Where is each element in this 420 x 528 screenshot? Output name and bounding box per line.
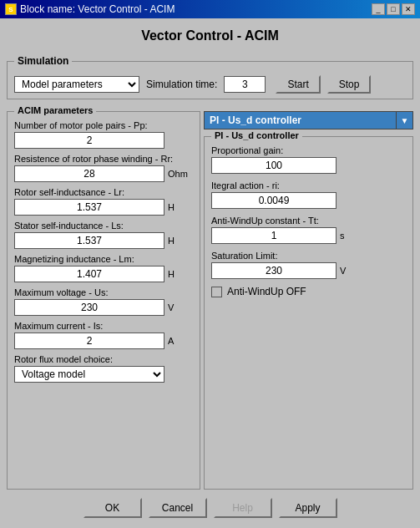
pi-input-3[interactable] — [211, 262, 337, 279]
param-unit-3: H — [168, 236, 193, 246]
pi-param-row-0: Proportional gain: — [211, 145, 406, 174]
window-content: Vector Control - ACIM Simulation Model p… — [0, 18, 420, 528]
minimize-button[interactable]: _ — [372, 3, 385, 15]
pi-controller-panel: PI - Us_d controller Proportional gain: … — [204, 136, 413, 490]
pi-dropdown-arrow[interactable]: ▼ — [397, 111, 413, 129]
apply-button[interactable]: Apply — [279, 498, 337, 518]
close-button[interactable]: ✕ — [402, 3, 415, 15]
pi-dropdown-label[interactable]: PI - Us_d controller — [204, 111, 397, 129]
param-label-0: Number of motor pole pairs - Pp: — [14, 120, 193, 130]
param-row-2: Rotor self-inductsance - Lr: H — [14, 187, 193, 216]
title-bar-icon: S — [5, 3, 17, 15]
param-input-1[interactable] — [14, 165, 164, 182]
simulation-group: Simulation Model parameters Simulation t… — [7, 55, 413, 99]
start-button[interactable]: Start — [276, 75, 320, 94]
pi-param-row-2: Anti-WindUp constant - Tt: s — [211, 216, 406, 244]
sim-time-label: Simulation time: — [146, 79, 217, 90]
anti-windup-checkbox[interactable] — [211, 287, 222, 297]
right-panel: PI - Us_d controller ▼ PI - Us_d control… — [204, 104, 413, 490]
param-row-0: Number of motor pole pairs - Pp: — [14, 120, 193, 149]
param-input-4[interactable] — [14, 266, 164, 282]
bottom-buttons: OK Cancel Help Apply — [7, 495, 413, 521]
sim-time-input[interactable] — [224, 76, 266, 93]
anti-windup-label: Anti-WindUp OFF — [227, 286, 306, 297]
param-label-6: Maximum current - Is: — [14, 321, 193, 331]
maximize-button[interactable]: □ — [387, 3, 400, 15]
pi-unit-3: V — [340, 266, 357, 276]
pi-param-label-1: Itegral action - ri: — [211, 180, 406, 190]
param-label-2: Rotor self-inductsance - Lr: — [14, 187, 193, 197]
param-row-6: Maximum current - Is: A — [14, 321, 193, 349]
pi-input-2[interactable] — [211, 227, 337, 244]
flux-row: Rotor flux model choice: Voltage model — [14, 354, 193, 383]
param-unit-1: Ohm — [168, 169, 193, 179]
pi-selector-row: PI - Us_d controller ▼ — [204, 111, 413, 129]
pi-param-row-3: Saturation Limit: V — [211, 251, 406, 279]
param-input-6[interactable] — [14, 333, 164, 349]
pi-param-label-3: Saturation Limit: — [211, 251, 406, 261]
flux-model-select[interactable]: Voltage model — [14, 366, 164, 383]
pi-input-1[interactable] — [211, 192, 337, 209]
param-unit-6: A — [168, 336, 193, 346]
param-row-4: Magnetizing inductance - Lm: H — [14, 254, 193, 282]
pi-unit-2: s — [340, 231, 357, 241]
param-unit-4: H — [168, 269, 193, 279]
stop-button[interactable]: Stop — [327, 75, 372, 94]
param-input-3[interactable] — [14, 232, 164, 249]
param-label-3: Stator self-inductance - Ls: — [14, 221, 193, 231]
ok-button[interactable]: OK — [83, 498, 142, 518]
param-row-3: Stator self-inductance - Ls: H — [14, 221, 193, 249]
param-label-1: Resistence of rotor phase winding - Rr: — [14, 154, 193, 164]
acim-panel-title: ACIM parameters — [14, 105, 96, 115]
title-bar-text: Block name: Vector Control - ACIM — [20, 3, 175, 15]
pi-param-label-0: Proportional gain: — [211, 145, 406, 155]
param-unit-5: V — [168, 302, 193, 312]
param-row-5: Maximum voltage - Us: V — [14, 287, 193, 316]
title-bar: S Block name: Vector Control - ACIM _ □ … — [0, 0, 420, 18]
window-title: Vector Control - ACIM — [7, 25, 413, 50]
cancel-button[interactable]: Cancel — [149, 498, 207, 518]
model-select[interactable]: Model parameters — [14, 76, 139, 93]
help-button[interactable]: Help — [214, 498, 272, 518]
main-panels: ACIM parameters Number of motor pole pai… — [7, 104, 413, 490]
param-input-2[interactable] — [14, 199, 164, 216]
param-input-0[interactable] — [14, 132, 164, 149]
pi-input-0[interactable] — [211, 157, 337, 174]
pi-param-row-1: Itegral action - ri: — [211, 180, 406, 209]
param-label-4: Magnetizing inductance - Lm: — [14, 254, 193, 264]
simulation-legend: Simulation — [14, 55, 72, 67]
pi-controller-title: PI - Us_d controller — [211, 130, 302, 140]
flux-label: Rotor flux model choice: — [14, 354, 193, 364]
pi-param-label-2: Anti-WindUp constant - Tt: — [211, 216, 406, 226]
anti-windup-row: Anti-WindUp OFF — [211, 286, 406, 297]
param-row-1: Resistence of rotor phase winding - Rr: … — [14, 154, 193, 182]
param-unit-2: H — [168, 202, 193, 212]
param-input-5[interactable] — [14, 299, 164, 316]
param-label-5: Maximum voltage - Us: — [14, 287, 193, 297]
